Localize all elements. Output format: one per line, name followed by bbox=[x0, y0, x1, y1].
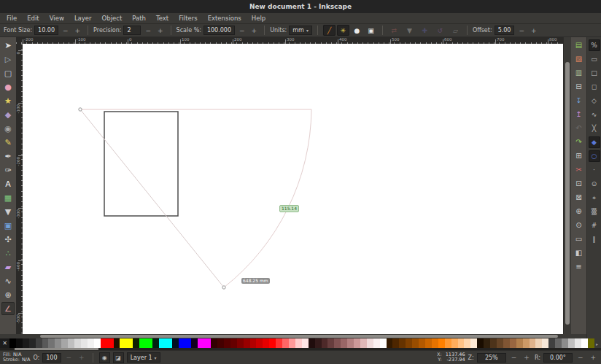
palette-swatch[interactable] bbox=[568, 338, 575, 348]
palette-swatch[interactable] bbox=[464, 338, 470, 348]
units-dropdown[interactable]: mm ▾ bbox=[289, 26, 312, 35]
palette-swatch[interactable] bbox=[23, 338, 29, 348]
show-measures-between-items-icon[interactable]: ● bbox=[351, 25, 363, 36]
precision-decrement-button[interactable]: − bbox=[143, 27, 153, 34]
snap-rotation-center-icon[interactable]: ⌖ bbox=[589, 192, 600, 204]
palette-swatch[interactable] bbox=[373, 338, 380, 348]
zoom-increment-button[interactable]: + bbox=[521, 354, 532, 361]
offset-decrement-button[interactable]: − bbox=[516, 27, 527, 34]
offset-field[interactable]: 5.00 bbox=[495, 26, 515, 35]
zoom-selection-icon[interactable]: ⊕ bbox=[573, 205, 585, 217]
font-size-increment-button[interactable]: + bbox=[73, 27, 83, 34]
palette-swatch[interactable] bbox=[530, 338, 536, 348]
palette-swatch[interactable] bbox=[535, 338, 542, 348]
fill-stroke-dialog-icon[interactable]: ◧ bbox=[573, 247, 585, 259]
measure-line-icon[interactable]: ╱ bbox=[323, 25, 336, 36]
palette-swatch[interactable] bbox=[133, 338, 139, 348]
save-document-icon[interactable]: ▥ bbox=[573, 66, 585, 79]
snap-object-center-icon[interactable]: ⊙ bbox=[589, 178, 600, 190]
menu-edit[interactable]: Edit bbox=[22, 15, 44, 22]
palette-swatch[interactable] bbox=[302, 338, 309, 348]
palette-swatch[interactable] bbox=[146, 338, 152, 348]
palette-swatch[interactable] bbox=[282, 338, 289, 348]
snap-guides-icon[interactable]: ∥ bbox=[589, 233, 600, 245]
ignore-first-last-icon[interactable]: ✳ bbox=[337, 25, 349, 36]
palette-swatch[interactable] bbox=[451, 338, 458, 348]
star-tool[interactable]: ★ bbox=[1, 94, 15, 107]
palette-swatch[interactable] bbox=[477, 338, 484, 348]
palette-swatch[interactable] bbox=[295, 338, 302, 348]
palette-swatch[interactable] bbox=[458, 338, 465, 348]
opacity-increment-button[interactable]: + bbox=[77, 354, 87, 361]
rotation-increment-button[interactable]: + bbox=[588, 354, 598, 361]
palette-swatch[interactable] bbox=[380, 338, 387, 348]
calligraphy-tool[interactable]: ✑ bbox=[1, 163, 15, 177]
palette-swatch[interactable] bbox=[244, 338, 250, 348]
dropper-tool[interactable]: ▼ bbox=[1, 205, 15, 218]
palette-swatch[interactable] bbox=[392, 338, 399, 348]
palette-swatch[interactable] bbox=[237, 338, 244, 348]
opacity-field[interactable]: 100 bbox=[42, 353, 61, 363]
spiral-tool[interactable]: ◉ bbox=[1, 122, 15, 135]
palette-swatch[interactable] bbox=[172, 338, 179, 348]
palette-swatch[interactable] bbox=[29, 338, 36, 348]
opacity-decrement-button[interactable]: − bbox=[64, 354, 74, 361]
palette-swatch[interactable] bbox=[490, 338, 497, 348]
measure-start-node[interactable] bbox=[79, 108, 82, 111]
palette-swatch[interactable] bbox=[438, 338, 445, 348]
palette-swatch[interactable] bbox=[152, 338, 159, 348]
precision-field[interactable]: 2 bbox=[123, 26, 141, 35]
palette-scroll-arrow-icon[interactable]: ▸ bbox=[596, 341, 598, 346]
palette-swatch[interactable] bbox=[510, 338, 516, 348]
menu-text[interactable]: Text bbox=[151, 15, 174, 22]
palette-swatch[interactable] bbox=[88, 338, 94, 348]
palette-swatch[interactable] bbox=[575, 338, 581, 348]
palette-swatch[interactable] bbox=[503, 338, 510, 348]
palette-swatch[interactable] bbox=[419, 338, 425, 348]
snap-intersections-icon[interactable]: ╳ bbox=[589, 123, 600, 134]
zoom-tool[interactable]: ⊕ bbox=[1, 288, 15, 301]
snap-bbox-edges-icon[interactable]: □ bbox=[589, 67, 600, 79]
palette-swatch[interactable] bbox=[166, 338, 172, 348]
enable-snapping-icon[interactable]: % bbox=[589, 39, 600, 51]
connector-tool[interactable]: ∿ bbox=[1, 274, 15, 287]
offset-increment-button[interactable]: + bbox=[529, 27, 539, 34]
menu-view[interactable]: View bbox=[44, 15, 69, 22]
zoom-decrement-button[interactable]: − bbox=[509, 354, 519, 361]
layer-selector[interactable]: Layer 1 ▾ bbox=[127, 352, 160, 363]
snap-bounding-box-icon[interactable]: ▭ bbox=[589, 53, 600, 65]
palette-swatch[interactable] bbox=[126, 338, 133, 348]
copy-icon[interactable]: ⊞ bbox=[573, 150, 585, 162]
horizontal-ruler[interactable]: -200-1000100200300400500600700800 bbox=[16, 37, 563, 44]
palette-swatch[interactable] bbox=[367, 338, 373, 348]
gradient-tool[interactable]: ▦ bbox=[1, 191, 15, 204]
scale-field[interactable]: 100.000 bbox=[203, 26, 235, 35]
palette-swatch[interactable] bbox=[61, 338, 68, 348]
vertical-ruler[interactable]: 0-100-200-300-400-500 bbox=[16, 44, 23, 334]
paste-icon[interactable]: ⊡ bbox=[573, 177, 585, 190]
import-icon[interactable]: ↧ bbox=[573, 94, 585, 107]
palette-swatch[interactable] bbox=[445, 338, 451, 348]
palette-swatch[interactable] bbox=[562, 338, 568, 348]
menu-extensions[interactable]: Extensions bbox=[203, 15, 247, 22]
layer-lock-toggle[interactable]: ◪ bbox=[113, 352, 124, 363]
palette-swatch[interactable] bbox=[497, 338, 503, 348]
palette-swatch[interactable] bbox=[224, 338, 230, 348]
fill-stroke-indicator[interactable]: Fill: N/A Stroke: N/A bbox=[3, 352, 30, 363]
align-dialog-icon[interactable]: ≡ bbox=[573, 260, 585, 273]
palette-swatch[interactable] bbox=[581, 338, 588, 348]
palette-swatch[interactable] bbox=[16, 338, 23, 348]
snap-page-border-icon[interactable]: ▒ bbox=[589, 206, 600, 217]
palette-swatch[interactable] bbox=[211, 338, 217, 348]
palette-swatch[interactable] bbox=[185, 338, 191, 348]
palette-swatch[interactable] bbox=[198, 338, 204, 348]
palette-swatch[interactable] bbox=[120, 338, 126, 348]
palette-swatch[interactable] bbox=[81, 338, 88, 348]
palette-swatch[interactable] bbox=[542, 338, 548, 348]
palette-swatch[interactable] bbox=[425, 338, 432, 348]
palette-swatch[interactable] bbox=[42, 338, 49, 348]
print-icon[interactable]: ⊟ bbox=[573, 80, 585, 93]
snap-bbox-corners-icon[interactable]: ◻ bbox=[589, 81, 600, 93]
palette-swatch[interactable] bbox=[588, 338, 594, 348]
ellipse-tool[interactable]: ● bbox=[1, 80, 15, 93]
